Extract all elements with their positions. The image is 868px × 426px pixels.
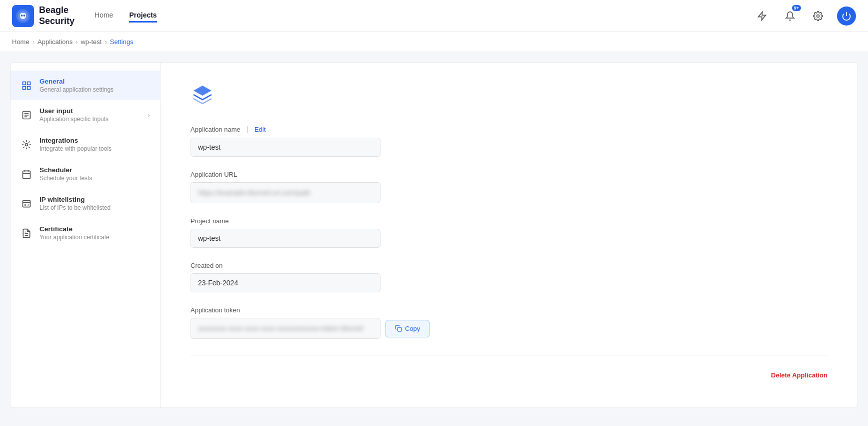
- created-on-label: Created on: [190, 262, 222, 269]
- sidebar-item-scheduler[interactable]: Scheduler Schedule your tests: [10, 159, 160, 189]
- scheduler-title: Scheduler: [40, 166, 150, 174]
- breadcrumb-applications[interactable]: Applications: [38, 38, 72, 46]
- label-divider: |: [246, 125, 248, 134]
- notifications-button[interactable]: 9+: [781, 7, 799, 25]
- token-row: xxxxxxxx-xxxx-xxxx-xxxx-xxxxxxxxxxxx-tok…: [190, 318, 828, 339]
- sidebar-item-integrations[interactable]: Integrations Integrate with popular tool…: [10, 130, 160, 159]
- main-container: General General application settings Use…: [10, 62, 858, 408]
- user-input-title: User input: [40, 107, 140, 115]
- svg-rect-8: [23, 86, 26, 89]
- sidebar-item-user-input[interactable]: User input Application specific Inputs ›: [10, 100, 160, 130]
- general-icon: [20, 80, 32, 92]
- notification-badge: 9+: [792, 5, 801, 11]
- header: BeagleSecurity Home Projects 9+: [0, 0, 868, 32]
- user-input-text: User input Application specific Inputs: [40, 107, 140, 123]
- app-url-group: Application URL https://example-blurred-…: [190, 171, 828, 203]
- breadcrumb-wp-test[interactable]: wp-test: [80, 38, 102, 46]
- lightning-icon: [757, 11, 767, 21]
- svg-rect-7: [28, 82, 30, 85]
- main-nav: Home Projects: [94, 9, 753, 23]
- scheduler-icon: [20, 168, 32, 180]
- app-name-label-row: Application name | Edit: [190, 125, 828, 134]
- copy-button[interactable]: Copy: [386, 320, 430, 337]
- logo[interactable]: BeagleSecurity: [12, 5, 74, 27]
- ip-whitelisting-icon: [20, 198, 32, 210]
- user-input-chevron: ›: [148, 111, 150, 119]
- project-name-label-row: Project name: [190, 217, 828, 225]
- lightning-button[interactable]: [753, 7, 771, 25]
- ip-whitelisting-text: IP whitelisting List of IPs to be whitel…: [40, 196, 150, 211]
- integrations-title: Integrations: [40, 137, 150, 144]
- svg-rect-9: [28, 86, 30, 89]
- created-on-label-row: Created on: [190, 262, 828, 269]
- header-actions: 9+: [753, 7, 856, 26]
- brand-name: BeagleSecurity: [39, 5, 74, 27]
- certificate-icon: [20, 227, 32, 239]
- ip-whitelisting-subtitle: List of IPs to be whitelisted: [40, 204, 150, 211]
- scheduler-text: Scheduler Schedule your tests: [40, 166, 150, 182]
- app-url-blurred: https://example-blurred-url.com/path: [198, 189, 310, 197]
- app-name-label: Application name: [190, 126, 240, 133]
- breadcrumb-home[interactable]: Home: [12, 38, 30, 46]
- app-token-label: Application token: [190, 306, 240, 314]
- general-title: General: [40, 78, 150, 85]
- integrations-subtitle: Integrate with popular tools: [40, 145, 150, 152]
- app-layers-icon: [190, 83, 214, 107]
- general-subtitle: General application settings: [40, 86, 150, 93]
- app-token-blurred: xxxxxxxx-xxxx-xxxx-xxxx-xxxxxxxxxxxx-tok…: [198, 324, 363, 332]
- breadcrumb-sep-3: ›: [104, 38, 106, 46]
- app-name-input[interactable]: [190, 138, 380, 157]
- sidebar-item-ip-whitelisting[interactable]: IP whitelisting List of IPs to be whitel…: [10, 189, 160, 218]
- svg-point-14: [26, 143, 28, 146]
- user-input-subtitle: Application specific Inputs: [40, 116, 140, 123]
- breadcrumb-settings: Settings: [110, 38, 134, 46]
- svg-point-4: [817, 15, 820, 17]
- certificate-title: Certificate: [40, 225, 150, 233]
- breadcrumb: Home › Applications › wp-test › Settings: [0, 32, 868, 52]
- svg-rect-15: [23, 171, 30, 178]
- project-name-label: Project name: [190, 217, 229, 225]
- created-on-input[interactable]: [190, 273, 380, 292]
- power-icon: [842, 11, 852, 21]
- content-header: [190, 83, 828, 107]
- integrations-icon: [20, 139, 32, 151]
- content-area: Application name | Edit Application URL …: [160, 63, 858, 407]
- sidebar: General General application settings Use…: [10, 63, 160, 407]
- avatar-button[interactable]: [837, 7, 856, 26]
- edit-link[interactable]: Edit: [254, 126, 266, 133]
- certificate-subtitle: Your application certificate: [40, 234, 150, 241]
- svg-rect-27: [398, 327, 402, 331]
- nav-projects[interactable]: Projects: [129, 9, 156, 23]
- gear-icon: [813, 11, 823, 21]
- settings-button[interactable]: [809, 7, 827, 25]
- app-name-group: Application name | Edit: [190, 125, 828, 157]
- logo-icon: [12, 5, 34, 27]
- svg-rect-19: [23, 200, 30, 207]
- app-token-group: Application token xxxxxxxx-xxxx-xxxx-xxx…: [190, 306, 828, 339]
- ip-whitelisting-title: IP whitelisting: [40, 196, 150, 203]
- project-name-input[interactable]: [190, 229, 380, 248]
- certificate-text: Certificate Your application certificate: [40, 225, 150, 241]
- delete-application-link[interactable]: Delete Application: [190, 371, 828, 379]
- integrations-text: Integrations Integrate with popular tool…: [40, 137, 150, 152]
- svg-rect-6: [23, 82, 26, 85]
- breadcrumb-sep-2: ›: [76, 38, 78, 46]
- app-url-label-row: Application URL: [190, 171, 828, 178]
- content-divider: [190, 355, 828, 355]
- bell-icon: [785, 11, 795, 21]
- nav-home[interactable]: Home: [94, 9, 113, 23]
- sidebar-item-certificate[interactable]: Certificate Your application certificate: [10, 218, 160, 248]
- general-text: General General application settings: [40, 78, 150, 93]
- svg-point-1: [21, 15, 23, 17]
- app-token-label-row: Application token: [190, 306, 828, 314]
- app-url-input[interactable]: https://example-blurred-url.com/path: [190, 182, 380, 203]
- svg-marker-3: [758, 12, 766, 20]
- app-token-input[interactable]: xxxxxxxx-xxxx-xxxx-xxxx-xxxxxxxxxxxx-tok…: [190, 318, 380, 339]
- copy-icon: [395, 325, 402, 332]
- user-input-icon: [20, 109, 32, 121]
- created-on-group: Created on: [190, 262, 828, 292]
- svg-point-2: [24, 15, 26, 17]
- copy-button-label: Copy: [405, 325, 420, 332]
- sidebar-item-general[interactable]: General General application settings: [10, 71, 160, 100]
- project-name-group: Project name: [190, 217, 828, 248]
